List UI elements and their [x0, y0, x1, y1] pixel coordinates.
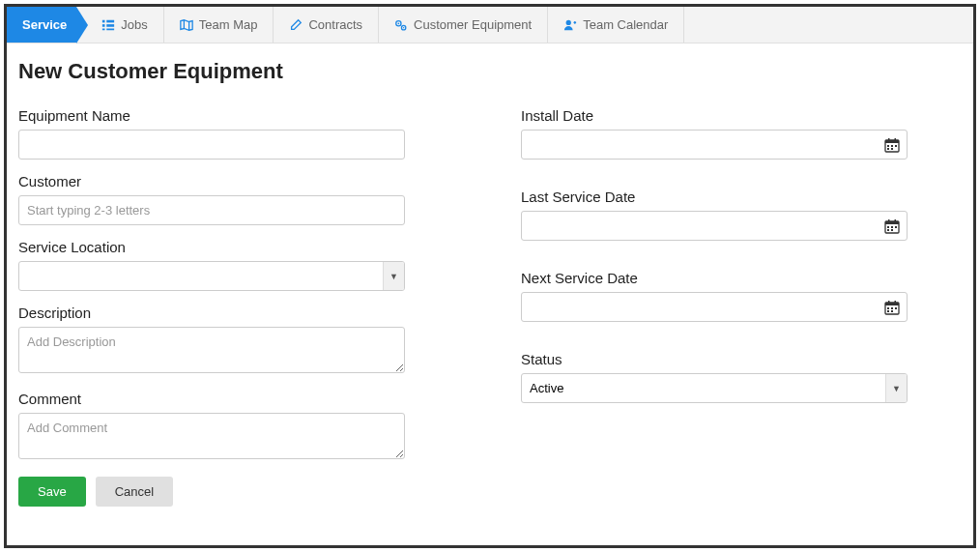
svg-rect-15	[887, 145, 889, 147]
top-nav: Service Jobs Team Map Contracts Customer…	[7, 7, 973, 44]
svg-rect-13	[888, 138, 890, 141]
comment-textarea[interactable]	[18, 413, 405, 459]
svg-rect-37	[891, 310, 893, 312]
nav-contracts-label: Contracts	[308, 17, 362, 32]
nav-service-label: Service	[22, 17, 67, 32]
svg-rect-3	[107, 19, 115, 22]
install-date-input[interactable]	[521, 130, 908, 160]
cancel-button[interactable]: Cancel	[96, 477, 173, 507]
next-service-date-input[interactable]	[521, 292, 908, 322]
map-icon	[180, 18, 193, 32]
gears-icon	[394, 18, 408, 32]
list-icon	[101, 18, 115, 32]
nav-contracts[interactable]: Contracts	[274, 7, 379, 43]
service-location-label: Service Location	[18, 239, 405, 255]
svg-rect-23	[895, 219, 897, 222]
svg-rect-17	[895, 145, 897, 147]
nav-team-map[interactable]: Team Map	[164, 7, 274, 43]
status-label: Status	[521, 351, 908, 367]
svg-point-9	[403, 26, 404, 27]
svg-rect-22	[888, 219, 890, 222]
svg-rect-16	[891, 145, 893, 147]
svg-rect-0	[102, 19, 105, 22]
calendar-icon[interactable]	[884, 300, 900, 315]
equipment-name-input[interactable]	[18, 130, 405, 160]
svg-rect-35	[895, 307, 897, 309]
save-button[interactable]: Save	[18, 477, 86, 507]
next-service-date-label: Next Service Date	[521, 270, 908, 286]
svg-rect-1	[102, 24, 105, 27]
description-label: Description	[18, 305, 405, 321]
nav-jobs-label: Jobs	[121, 17, 147, 32]
comment-label: Comment	[18, 391, 405, 407]
svg-rect-21	[885, 221, 899, 224]
svg-rect-36	[887, 310, 889, 312]
nav-service[interactable]: Service	[7, 7, 76, 43]
svg-rect-2	[102, 28, 105, 30]
svg-rect-24	[887, 226, 889, 228]
customer-label: Customer	[18, 173, 405, 189]
svg-rect-4	[107, 24, 115, 27]
svg-rect-14	[895, 138, 897, 141]
nav-customer-equipment-label: Customer Equipment	[414, 17, 532, 32]
svg-rect-30	[885, 303, 899, 305]
nav-jobs[interactable]: Jobs	[76, 7, 163, 43]
install-date-label: Install Date	[521, 107, 908, 124]
svg-rect-28	[891, 229, 893, 231]
page-title: New Customer Equipment	[18, 59, 962, 84]
service-location-select[interactable]	[18, 261, 405, 291]
svg-rect-26	[895, 226, 897, 228]
svg-rect-5	[107, 28, 115, 30]
nav-team-calendar[interactable]: Team Calendar	[548, 7, 684, 43]
svg-rect-25	[891, 226, 893, 228]
svg-rect-27	[887, 229, 889, 231]
description-textarea[interactable]	[18, 327, 405, 373]
equipment-name-label: Equipment Name	[18, 107, 405, 124]
svg-rect-33	[887, 307, 889, 309]
svg-point-7	[398, 22, 400, 24]
last-service-date-label: Last Service Date	[521, 189, 908, 205]
calendar-icon[interactable]	[884, 137, 900, 153]
calendar-icon[interactable]	[884, 218, 900, 234]
svg-rect-31	[888, 301, 890, 304]
customer-input[interactable]	[18, 195, 405, 225]
nav-team-map-label: Team Map	[199, 17, 258, 32]
nav-team-calendar-label: Team Calendar	[583, 17, 668, 32]
svg-rect-18	[887, 148, 889, 150]
nav-customer-equipment[interactable]: Customer Equipment	[379, 7, 548, 43]
edit-icon	[289, 18, 303, 32]
svg-rect-34	[891, 307, 893, 309]
last-service-date-input[interactable]	[521, 211, 908, 241]
svg-rect-12	[885, 140, 899, 143]
user-plus-icon	[563, 18, 577, 32]
status-select[interactable]: Active	[521, 373, 908, 403]
svg-rect-19	[891, 148, 893, 150]
svg-point-10	[566, 19, 571, 24]
svg-rect-32	[895, 301, 897, 304]
